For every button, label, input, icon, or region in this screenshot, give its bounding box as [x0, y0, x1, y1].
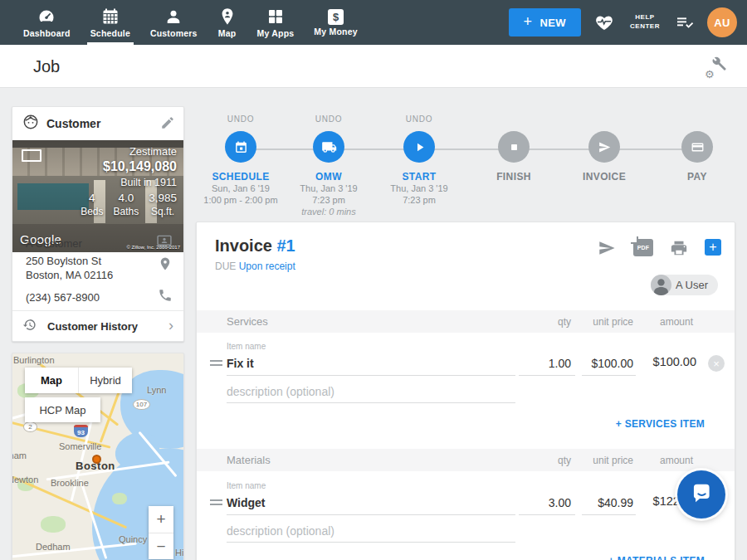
delete-service-item-button[interactable]: × [708, 355, 725, 372]
assignee-chip[interactable]: A User [651, 275, 718, 295]
nav-schedule-label: Schedule [90, 28, 130, 38]
service-unit-price-input[interactable]: $100.00 [591, 357, 633, 370]
map-widget[interactable]: Burlington Lynn 107 2 93 Somerville Walt… [12, 353, 184, 560]
timeline-step-start: UNDO START Thu, Jan 3 '19 7:23 pm [369, 114, 469, 206]
title-bar: Job ⚙ [0, 45, 747, 88]
schedule-time: 1:00 pm - 2:00 pm [191, 194, 290, 206]
drag-handle[interactable] [210, 360, 222, 366]
add-materials-item-link[interactable]: + MATERIALS ITEM [608, 555, 705, 560]
new-button-label: NEW [540, 17, 566, 29]
undo-omw-button[interactable]: UNDO [279, 114, 378, 124]
invoice-title: Invoice #1 [215, 236, 295, 256]
page-title: Job [33, 57, 60, 76]
nav-map[interactable]: Map [208, 0, 247, 45]
add-services-item-link[interactable]: + SERVICES ITEM [616, 418, 705, 430]
start-step-label: START [369, 171, 469, 183]
map-label-somerville: Somerville [59, 441, 101, 451]
job-location-pin [92, 455, 101, 464]
pay-card-icon[interactable] [681, 131, 713, 163]
map-type-hybrid-button[interactable]: Hybrid [78, 368, 132, 393]
phone-icon[interactable] [158, 288, 173, 306]
location-pin-icon[interactable] [158, 256, 173, 275]
nav-my-money[interactable]: $ My Money [304, 0, 367, 45]
input-underline [519, 375, 575, 376]
start-play-icon[interactable] [403, 131, 435, 163]
omw-truck-icon[interactable] [313, 131, 344, 163]
print-icon[interactable] [670, 239, 688, 261]
chat-bubble-icon [688, 480, 715, 509]
undo-start-button[interactable]: UNDO [369, 114, 469, 124]
customer-history-label: Customer History [47, 320, 138, 333]
chat-fab-button[interactable] [677, 470, 725, 519]
map-zoom-control: + − [149, 506, 173, 559]
new-button[interactable]: + NEW [509, 8, 581, 37]
map-label-newton: Newton [12, 475, 38, 485]
history-icon [22, 318, 37, 335]
input-underline [582, 514, 636, 515]
contact-card-icon[interactable] [156, 233, 173, 253]
heart-pulse-icon[interactable] [593, 12, 615, 32]
timeline-step-invoice: INVOICE [554, 114, 654, 183]
interstate-93-shield: 93 [74, 425, 88, 437]
zoom-in-button[interactable]: + [149, 506, 173, 533]
service-description-input[interactable]: description (optional) [227, 385, 334, 398]
material-item-name-input[interactable]: Widget [227, 496, 266, 509]
schedule-step-icon[interactable] [225, 131, 256, 163]
send-invoice-icon[interactable] [597, 239, 617, 261]
undo-schedule-button[interactable]: UNDO [191, 114, 290, 124]
job-tools-icon[interactable]: ⚙ [707, 56, 729, 77]
add-invoice-icon[interactable]: + [705, 239, 721, 256]
input-underline [227, 542, 515, 543]
nav-dashboard-label: Dashboard [23, 28, 71, 38]
user-avatar[interactable]: AU [707, 7, 737, 37]
unit-price-column-header: unit price [593, 455, 633, 466]
zoom-out-button[interactable]: − [149, 533, 173, 559]
materials-header-band: Materials qty unit price amount [197, 449, 735, 471]
omw-travel-note: travel: 0 mins [279, 206, 378, 217]
nav-my-apps-label: My Apps [257, 28, 295, 38]
assignee-avatar-icon [651, 275, 671, 295]
input-underline [519, 514, 575, 515]
service-amount-value: $100.00 [653, 355, 696, 368]
schedule-date: Sun, Jan 6 '19 [191, 183, 290, 194]
item-name-label: Item name [227, 342, 266, 351]
input-underline [227, 402, 515, 403]
timeline-step-omw: UNDO OMW Thu, Jan 3 '19 7:23 pm travel: … [279, 114, 378, 217]
due-value-link[interactable]: Upon receipt [239, 261, 295, 272]
map-label-brookline: Brookline [51, 478, 89, 488]
address-line2: Boston, MA 02116 [26, 268, 113, 282]
pdf-icon-label: PDF [637, 245, 650, 251]
task-list-icon[interactable] [675, 12, 695, 32]
invoice-send-icon[interactable] [588, 131, 620, 163]
assignee-name: A User [676, 279, 708, 291]
timeline-step-schedule: UNDO SCHEDULE Sun, Jan 6 '19 1:00 pm - 2… [191, 114, 290, 206]
material-unit-price-input[interactable]: $40.99 [598, 496, 633, 509]
due-label: DUE [215, 261, 236, 272]
invoice-title-text: Invoice [215, 236, 272, 255]
route-2-badge: 2 [23, 421, 37, 432]
item-name-label: Item name [227, 481, 266, 490]
qty-column-header: qty [558, 455, 571, 466]
finish-stop-icon[interactable] [498, 131, 530, 163]
map-type-map-button[interactable]: Map [25, 368, 78, 393]
materials-title: Materials [227, 454, 271, 466]
customer-history-row[interactable]: Customer History › [12, 311, 183, 341]
nav-schedule[interactable]: Schedule [81, 0, 140, 45]
hcp-map-button[interactable]: HCP Map [25, 397, 100, 422]
nav-customers[interactable]: Customers [140, 0, 208, 45]
services-header-band: Services qty unit price amount [197, 310, 735, 333]
service-qty-input[interactable]: 1.00 [549, 357, 571, 370]
close-icon: × [713, 358, 720, 369]
amount-column-header: amount [660, 455, 693, 466]
nav-dashboard[interactable]: Dashboard [13, 0, 81, 45]
nav-my-apps[interactable]: My Apps [247, 0, 305, 45]
invoice-number[interactable]: #1 [276, 236, 295, 255]
material-qty-input[interactable]: 3.00 [549, 496, 571, 509]
nav-items: Dashboard Schedule Customers Map My Apps… [0, 0, 368, 45]
help-center-link[interactable]: HELP CENTER [627, 13, 662, 32]
service-item-name-input[interactable]: Fix it [227, 357, 254, 370]
material-description-input[interactable]: description (optional) [227, 524, 334, 538]
apps-grid-icon [266, 7, 286, 27]
drag-handle[interactable] [210, 499, 222, 505]
pdf-icon[interactable]: PDF [633, 239, 653, 256]
